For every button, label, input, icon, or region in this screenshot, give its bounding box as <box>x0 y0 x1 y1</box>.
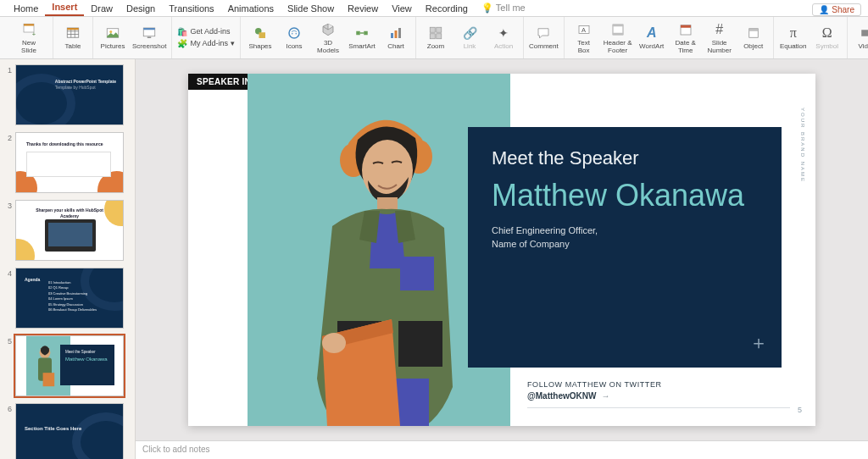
slide-5[interactable]: SPEAKER INTRO SLIDE <box>188 74 815 426</box>
thumb-slide-2[interactable]: Thanks for downloading this resource <box>15 132 124 193</box>
thumb-slide-5[interactable]: Meet the Speaker Matthew Okanawa <box>15 335 124 396</box>
header-footer-icon <box>609 21 626 38</box>
pictures-icon <box>104 25 121 41</box>
icons-button[interactable]: Icons <box>280 19 309 58</box>
tab-home[interactable]: Home <box>7 1 45 16</box>
share-button[interactable]: 👤 Share <box>812 3 861 16</box>
tab-design[interactable]: Design <box>120 1 162 16</box>
svg-rect-34 <box>681 25 691 28</box>
new-slide-button[interactable]: + New Slide <box>10 19 47 58</box>
tab-view[interactable]: View <box>385 1 419 16</box>
slide-kicker: Meet the Speaker <box>492 147 758 169</box>
page-number: 5 <box>798 406 802 414</box>
chart-button[interactable]: Chart <box>381 19 410 58</box>
pictures-button[interactable]: Pictures <box>98 19 127 58</box>
wordart-button[interactable]: AWordArt <box>637 19 666 58</box>
tab-draw[interactable]: Draw <box>84 1 120 16</box>
textbox-button[interactable]: AText Box <box>570 19 598 58</box>
svg-point-10 <box>109 30 112 33</box>
thumb-slide-1[interactable]: Abstract PowerPoint Template Template by… <box>15 64 124 125</box>
svg-rect-47 <box>398 321 442 367</box>
svg-rect-20 <box>364 31 368 36</box>
tab-transitions[interactable]: Transitions <box>162 1 220 16</box>
menu-tabs: Home Insert Draw Design Transitions Anim… <box>0 0 868 17</box>
zoom-button[interactable]: Zoom <box>421 19 450 58</box>
equation-icon: π <box>785 25 802 41</box>
tab-slideshow[interactable]: Slide Show <box>281 1 341 16</box>
svg-rect-21 <box>391 33 393 38</box>
my-addins-button[interactable]: 🧩My Add-ins ▾ <box>177 39 235 49</box>
shapes-icon <box>252 25 269 41</box>
shapes-button[interactable]: Shapes <box>246 19 275 58</box>
slide-thumbnail-panel[interactable]: 1 Abstract PowerPoint Template Template … <box>0 59 136 459</box>
svg-rect-19 <box>356 31 360 36</box>
svg-point-17 <box>292 33 293 35</box>
svg-rect-15 <box>259 33 266 39</box>
slide-canvas[interactable]: SPEAKER INTRO SLIDE <box>136 59 868 440</box>
svg-point-16 <box>289 28 299 38</box>
thumb-slide-3[interactable]: Sharpen your skills with HubSpot Academy <box>15 200 124 261</box>
svg-rect-32 <box>613 33 623 35</box>
calendar-icon <box>677 21 694 38</box>
svg-rect-1 <box>24 24 34 25</box>
svg-rect-13 <box>147 37 152 39</box>
svg-point-43 <box>362 140 413 201</box>
svg-rect-37 <box>861 30 868 37</box>
table-icon <box>64 25 81 41</box>
screenshot-button[interactable]: Screenshot <box>132 19 166 58</box>
get-addins-button[interactable]: 🛍️Get Add-ins <box>177 27 235 37</box>
tab-recording[interactable]: Recording <box>419 1 475 16</box>
slide-number-button[interactable]: #Slide Number <box>705 19 734 58</box>
comment-icon <box>535 25 552 41</box>
svg-rect-26 <box>430 34 435 39</box>
svg-rect-12 <box>143 28 155 30</box>
tab-review[interactable]: Review <box>341 1 385 16</box>
object-button[interactable]: Object <box>739 19 768 58</box>
zoom-grid-icon <box>427 25 444 41</box>
divider <box>527 407 790 408</box>
svg-rect-40 <box>43 373 55 386</box>
addins-icon: 🧩 <box>177 39 187 49</box>
brand-label: YOUR BRAND NAME <box>800 108 805 183</box>
svg-rect-23 <box>398 28 401 38</box>
equation-button[interactable]: πEquation <box>779 19 808 58</box>
follow-block: FOLLOW MATTHEW ON TWITTER @MatthewOKNW→ <box>527 380 662 401</box>
tab-tellme[interactable]: 💡 Tell me <box>475 0 532 16</box>
thumb-slide-6[interactable]: Section Title Goes Here <box>15 403 124 459</box>
speaker-photo[interactable] <box>273 99 493 426</box>
svg-point-18 <box>296 33 298 35</box>
speaker-role: Chief Engineering Officer, Name of Compa… <box>492 224 758 251</box>
textbox-icon: A <box>576 21 593 38</box>
svg-rect-36 <box>748 29 758 31</box>
comment-button[interactable]: Comment <box>529 19 559 58</box>
svg-text:+: + <box>32 30 36 38</box>
smartart-button[interactable]: SmartArt <box>348 19 376 58</box>
speaker-info-panel[interactable]: Meet the Speaker Matthew Okanawa Chief E… <box>468 127 782 368</box>
screenshot-icon <box>141 25 158 41</box>
icons-icon <box>286 25 303 41</box>
thumb-slide-4[interactable]: Agenda 01 Introduction02 Q1 Recap03 Crea… <box>15 268 124 329</box>
datetime-button[interactable]: Date & Time <box>671 19 700 58</box>
svg-rect-24 <box>430 28 435 33</box>
svg-rect-22 <box>395 30 398 38</box>
svg-rect-45 <box>400 257 434 290</box>
link-button: 🔗Link <box>455 19 484 58</box>
link-icon: 🔗 <box>461 25 478 41</box>
header-footer-button[interactable]: Header & Footer <box>604 19 632 58</box>
table-button[interactable]: Table <box>58 19 87 58</box>
ribbon-insert: + New Slide Table Pictures Screenshot 🛍️… <box>0 17 868 59</box>
hash-icon: # <box>711 21 728 38</box>
svg-point-49 <box>322 333 346 353</box>
video-button[interactable]: Video <box>853 19 868 58</box>
tab-animations[interactable]: Animations <box>221 1 281 16</box>
action-icon: ✦ <box>495 25 512 41</box>
wordart-icon: A <box>643 25 660 41</box>
tab-insert[interactable]: Insert <box>45 0 84 16</box>
symbol-button: ΩSymbol <box>813 19 842 58</box>
svg-rect-27 <box>437 34 442 39</box>
3d-models-button[interactable]: 3D Models <box>314 19 342 58</box>
notes-pane[interactable]: Click to add notes <box>136 440 868 459</box>
video-icon <box>859 25 868 41</box>
svg-rect-8 <box>67 28 79 30</box>
store-icon: 🛍️ <box>177 27 187 37</box>
